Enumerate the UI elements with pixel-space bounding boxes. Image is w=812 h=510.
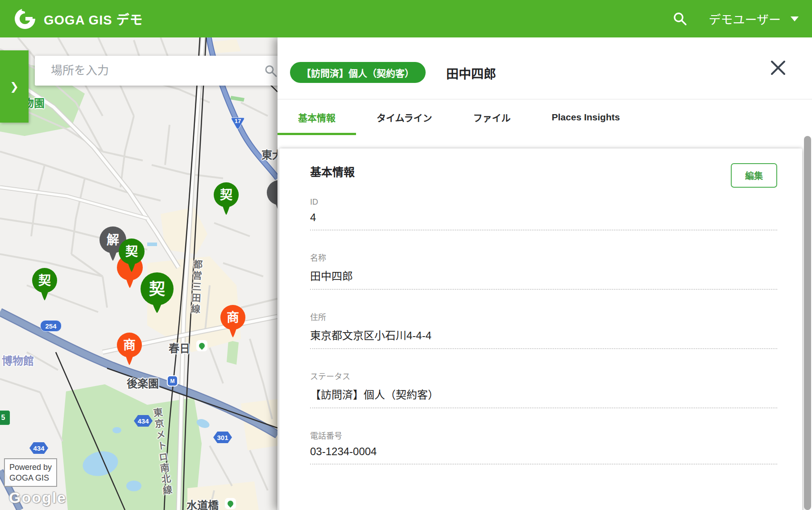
- close-button[interactable]: [769, 59, 787, 77]
- search-icon[interactable]: [672, 11, 688, 26]
- field-row: 名称田中四郎: [310, 251, 777, 290]
- map-pin-商[interactable]: 商: [220, 305, 245, 337]
- field-value: 田中四郎: [310, 267, 777, 290]
- field-label: ID: [310, 197, 777, 207]
- map-pin-plain[interactable]: [267, 180, 278, 213]
- map-search-box[interactable]: [35, 56, 278, 86]
- svg-text:商: 商: [227, 311, 239, 325]
- attribution-line1: Powered by: [9, 462, 52, 473]
- detail-tabs: 基本情報タイムラインファイルPlaces Insights: [278, 99, 812, 135]
- basic-info-card: 基本情報 編集 ID4名称田中四郎住所東京都文京区小石川4-4-4ステータス【訪…: [279, 148, 802, 510]
- map-markers[interactable]: 解契契契契商商: [0, 37, 278, 510]
- panel-scrollbar[interactable]: [804, 136, 811, 510]
- sidebar-expand-toggle[interactable]: ❯: [0, 50, 29, 123]
- svg-text:契: 契: [220, 188, 233, 202]
- map-attribution: Powered by GOGA GIS: [4, 458, 57, 487]
- svg-text:契: 契: [149, 280, 165, 298]
- map-canvas[interactable]: 植物園東大博物館春日後楽園水道橋都営三田線東京メトロ南北線17254434434…: [0, 37, 278, 510]
- field-row: 電話番号03-1234-0004: [310, 429, 777, 465]
- svg-text:契: 契: [38, 274, 51, 288]
- tab-3[interactable]: ファイル: [453, 99, 531, 135]
- chevron-down-icon[interactable]: [791, 16, 799, 21]
- edit-button[interactable]: 編集: [731, 163, 777, 188]
- detail-panel: 【訪問済】個人（契約客） 田中四郎 基本情報タイムラインファイルPlaces I…: [278, 37, 812, 510]
- field-label: ステータス: [310, 370, 777, 382]
- field-value: 03-1234-0004: [310, 445, 777, 465]
- field-row: 住所東京都文京区小石川4-4-4: [310, 311, 777, 349]
- section-title: 基本情報: [310, 163, 355, 179]
- map-search-icon[interactable]: [264, 64, 278, 78]
- map-pin-契[interactable]: 契: [141, 272, 174, 313]
- detail-panel-header: 【訪問済】個人（契約客） 田中四郎: [278, 37, 812, 99]
- attribution-line2: GOGA GIS: [9, 473, 52, 483]
- field-label: 電話番号: [310, 429, 777, 441]
- close-icon: [769, 59, 787, 77]
- field-row: ID4: [310, 197, 777, 230]
- app-logo: [13, 7, 37, 30]
- google-logo: Google: [9, 489, 66, 506]
- user-menu[interactable]: デモユーザー: [709, 10, 781, 28]
- record-title: 田中四郎: [446, 64, 496, 82]
- field-label: 名称: [310, 251, 777, 263]
- app-header: GOGA GIS デモ デモユーザー: [0, 0, 812, 37]
- status-badge: 【訪問済】個人（契約客）: [290, 62, 426, 83]
- field-value: 4: [310, 211, 777, 230]
- tab-1[interactable]: 基本情報: [278, 99, 356, 135]
- goga-logo-icon: [13, 7, 37, 30]
- svg-text:解: 解: [107, 233, 119, 247]
- map-pin-商[interactable]: 商: [117, 333, 142, 365]
- tab-4[interactable]: Places Insights: [531, 99, 641, 135]
- field-value: 東京都文京区小石川4-4-4: [310, 327, 777, 349]
- field-label: 住所: [310, 311, 777, 322]
- tab-2[interactable]: タイムライン: [356, 99, 453, 135]
- map-pin-契[interactable]: 契: [214, 182, 239, 215]
- app-title: GOGA GIS デモ: [44, 9, 143, 28]
- field-row: ステータス【訪問済】個人（契約客）: [310, 370, 777, 408]
- map-pin-契[interactable]: 契: [32, 268, 57, 300]
- field-value: 【訪問済】個人（契約客）: [310, 386, 777, 408]
- svg-text:契: 契: [125, 245, 138, 259]
- map-search-input[interactable]: [50, 63, 264, 78]
- svg-text:商: 商: [123, 338, 136, 352]
- chevron-right-icon: ❯: [10, 80, 19, 93]
- field-list: ID4名称田中四郎住所東京都文京区小石川4-4-4ステータス【訪問済】個人（契約…: [310, 197, 777, 465]
